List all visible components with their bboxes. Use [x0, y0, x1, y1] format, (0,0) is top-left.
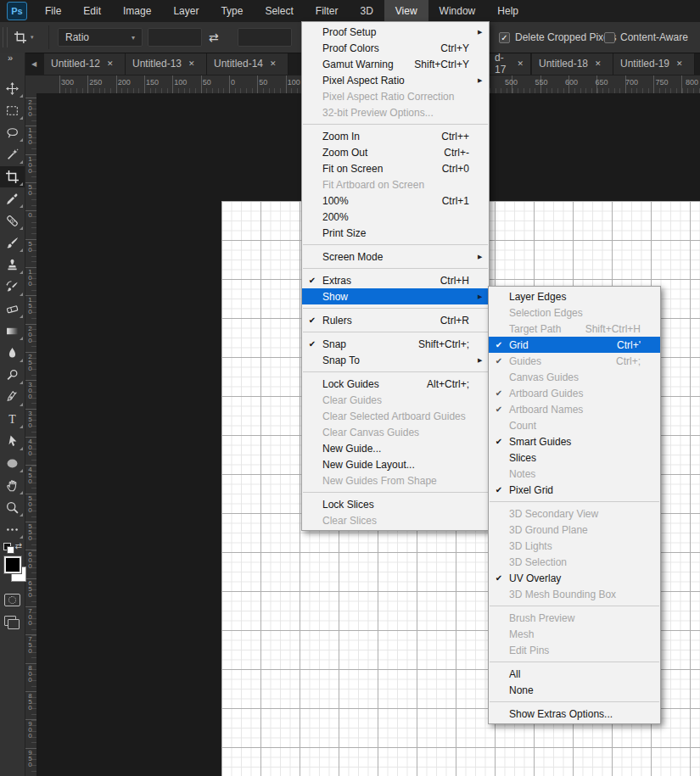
- content-aware-checkbox[interactable]: Content-Aware: [604, 31, 688, 43]
- show-extras-options-submenu-item[interactable]: Show Extras Options...: [489, 706, 660, 722]
- uv-overlay-submenu-item[interactable]: ✔UV Overlay: [489, 570, 660, 586]
- menubar-item-help[interactable]: Help: [486, 0, 529, 22]
- snap-to-menu-item[interactable]: Snap To▶: [302, 352, 489, 368]
- tab-untitled-19[interactable]: Untitled-19✕: [613, 53, 695, 75]
- menubar-item-type[interactable]: Type: [210, 0, 254, 22]
- ruler-h-label: 200: [118, 78, 131, 87]
- tab-untitled-13[interactable]: Untitled-13✕: [126, 53, 207, 75]
- crop-height-field[interactable]: [238, 28, 292, 47]
- lasso-tool[interactable]: [0, 122, 25, 143]
- menu-item-label: Show: [322, 291, 348, 303]
- blur-tool[interactable]: [0, 343, 25, 364]
- dodge-tool[interactable]: [0, 365, 25, 386]
- delete-cropped-pixels-checkbox[interactable]: ✓Delete Cropped Pixels: [499, 31, 616, 43]
- hand-tool[interactable]: [0, 475, 25, 496]
- edit-toolbar[interactable]: [0, 519, 25, 540]
- tab-close-icon[interactable]: ✕: [595, 59, 602, 68]
- clone-stamp-tool[interactable]: [0, 254, 25, 276]
- menu-item-shortcut: Shift+Ctrl+;: [418, 338, 478, 350]
- foreground-color-swatch[interactable]: [4, 556, 21, 573]
- tab-close-icon[interactable]: ✕: [676, 59, 683, 68]
- tab-close-icon[interactable]: ✕: [270, 59, 277, 68]
- ruler-v-label: 9 5 0: [25, 750, 36, 768]
- menubar-item-window[interactable]: Window: [428, 0, 487, 22]
- tab-close-icon[interactable]: ✕: [188, 59, 195, 68]
- checkbox-checked-icon[interactable]: ✓: [499, 32, 510, 43]
- ratio-select[interactable]: Ratio ▾: [58, 28, 143, 47]
- lock-guides-menu-item[interactable]: Lock GuidesAlt+Ctrl+;: [302, 376, 489, 392]
- quick-mask-button[interactable]: [4, 594, 20, 606]
- fit-on-screen-menu-item[interactable]: Fit on ScreenCtrl+0: [302, 160, 489, 176]
- menu-item-label: Clear Selected Artboard Guides: [322, 410, 466, 422]
- new-guide-layout-menu-item[interactable]: New Guide Layout...: [302, 456, 489, 472]
- ruler-v-label: 2 0 0: [25, 99, 36, 117]
- 100-menu-item[interactable]: 100%Ctrl+1: [302, 193, 489, 209]
- snap-menu-item[interactable]: ✔SnapShift+Ctrl+;: [302, 336, 489, 352]
- menubar-item-select[interactable]: Select: [254, 0, 304, 22]
- 200-menu-item[interactable]: 200%: [302, 209, 489, 225]
- expand-panel-icon[interactable]: »: [8, 53, 13, 63]
- tab-untitled-12[interactable]: Untitled-12✕: [44, 53, 126, 75]
- eyedropper-tool-icon: [5, 192, 20, 206]
- checkbox-unchecked-icon[interactable]: [604, 32, 615, 43]
- quick-selection-tool[interactable]: [0, 144, 25, 165]
- tab-untitled-14[interactable]: Untitled-14✕: [207, 53, 288, 75]
- menubar-item-edit[interactable]: Edit: [72, 0, 112, 22]
- horizontal-type-tool[interactable]: T: [0, 409, 25, 430]
- eraser-tool[interactable]: [0, 299, 25, 320]
- eyedropper-tool[interactable]: [0, 188, 25, 209]
- menubar-item-3d[interactable]: 3D: [349, 0, 384, 22]
- zoom-out-menu-item[interactable]: Zoom OutCtrl+-: [302, 144, 489, 160]
- pixel-grid-submenu-item[interactable]: ✔Pixel Grid: [489, 482, 660, 498]
- zoom-tool[interactable]: [0, 497, 25, 518]
- pen-tool[interactable]: [0, 387, 25, 408]
- swap-dimensions-icon[interactable]: ⇄: [209, 31, 219, 44]
- proof-setup-menu-item[interactable]: Proof Setup▶: [302, 24, 489, 40]
- menubar-item-layer[interactable]: Layer: [162, 0, 210, 22]
- all-submenu-item[interactable]: All: [489, 666, 660, 682]
- screen-mode-button[interactable]: [4, 616, 16, 626]
- partial-tab-d-17[interactable]: d-17✕: [488, 53, 531, 75]
- tab-close-icon[interactable]: ✕: [517, 59, 524, 68]
- print-size-menu-item[interactable]: Print Size: [302, 225, 489, 241]
- move-tool[interactable]: [0, 78, 25, 99]
- tab-close-icon[interactable]: ✕: [107, 59, 114, 68]
- rulers-menu-item[interactable]: ✔RulersCtrl+R: [302, 312, 489, 328]
- options-bar-grip[interactable]: [3, 27, 8, 47]
- gamut-warning-menu-item[interactable]: Gamut WarningShift+Ctrl+Y: [302, 56, 489, 72]
- history-brush-tool[interactable]: [0, 276, 25, 298]
- proof-colors-menu-item[interactable]: Proof ColorsCtrl+Y: [302, 40, 489, 56]
- zoom-in-menu-item[interactable]: Zoom InCtrl++: [302, 128, 489, 144]
- lock-slices-menu-item[interactable]: Lock Slices: [302, 496, 489, 512]
- path-selection-tool[interactable]: [0, 431, 25, 452]
- show-menu-item[interactable]: Show▶: [302, 288, 489, 304]
- ellipse-tool[interactable]: [0, 453, 25, 474]
- none-submenu-item[interactable]: None: [489, 682, 660, 698]
- extras-menu-item[interactable]: ✔ExtrasCtrl+H: [302, 272, 489, 288]
- menubar-item-file[interactable]: File: [34, 0, 72, 22]
- grid-submenu-item[interactable]: ✔GridCtrl+': [489, 337, 660, 353]
- menubar-item-image[interactable]: Image: [112, 0, 162, 22]
- rectangular-marquee-tool[interactable]: [0, 100, 25, 121]
- vertical-ruler[interactable]: 2 0 01 5 01 0 05 005 01 0 01 5 02 0 02 5…: [25, 93, 37, 776]
- screen-mode-menu-item[interactable]: Screen Mode▶: [302, 248, 489, 265]
- crop-tool[interactable]: [0, 166, 25, 187]
- gradient-tool[interactable]: [0, 321, 25, 342]
- brush-tool[interactable]: [0, 232, 25, 254]
- tab-scroll-left-icon[interactable]: ◀: [31, 53, 36, 75]
- default-colors-icon[interactable]: [3, 543, 11, 550]
- swap-colors-icon[interactable]: ⇄: [15, 541, 22, 550]
- pixel-aspect-ratio-menu-item[interactable]: Pixel Aspect Ratio▶: [302, 72, 489, 88]
- layer-edges-submenu-item[interactable]: Layer Edges: [489, 288, 660, 304]
- ruler-h-label: 650: [596, 78, 608, 87]
- crop-tool-options-icon[interactable]: ▾: [14, 30, 36, 45]
- crop-width-field[interactable]: [148, 28, 202, 47]
- tab-untitled-18[interactable]: Untitled-18✕: [532, 53, 613, 75]
- new-guide-menu-item[interactable]: New Guide...: [302, 440, 489, 456]
- smart-guides-submenu-item[interactable]: ✔Smart Guides: [489, 433, 660, 449]
- spot-healing-brush-tool[interactable]: [0, 210, 25, 232]
- slices-submenu-item[interactable]: Slices: [489, 449, 660, 466]
- menubar-item-filter[interactable]: Filter: [305, 0, 350, 22]
- menu-item-label: Snap To: [322, 355, 360, 366]
- menubar-item-view[interactable]: View: [384, 0, 428, 22]
